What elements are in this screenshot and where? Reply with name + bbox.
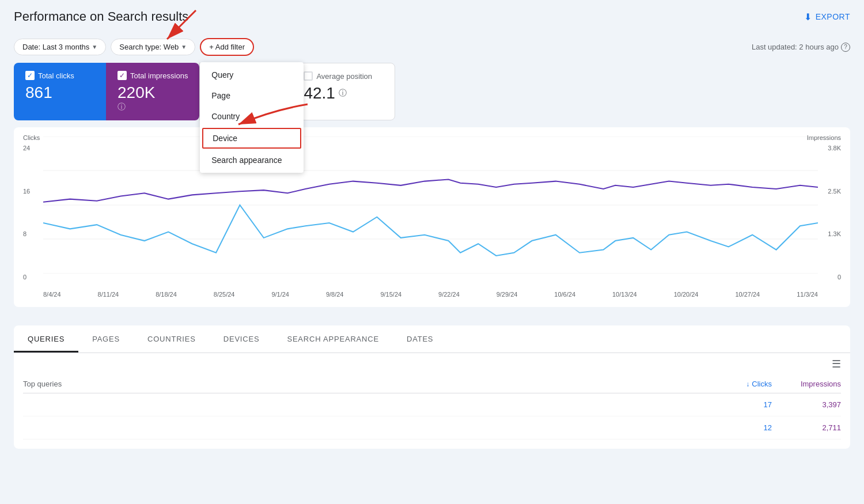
info-icon: ⓘ bbox=[339, 88, 347, 98]
metric-position[interactable]: Average position 42.1 ⓘ bbox=[291, 63, 395, 120]
tab-dates[interactable]: DATES bbox=[393, 325, 447, 353]
metric-impressions[interactable]: ✓ Total impressions 220K ⓘ bbox=[106, 63, 199, 120]
col-header-impressions: Impressions bbox=[772, 380, 841, 388]
clicks-value: 17 bbox=[703, 400, 772, 409]
tab-pages[interactable]: PAGES bbox=[78, 325, 134, 353]
metric-clicks[interactable]: ✓ Total clicks 861 bbox=[14, 63, 106, 120]
table-container: ☰ Top queries ↓ Clicks Impressions 17 3,… bbox=[14, 353, 850, 449]
y-axis-right: 3.8K 2.5K 1.3K 0 bbox=[821, 145, 841, 281]
download-icon: ⬇ bbox=[804, 12, 812, 22]
export-button[interactable]: ⬇ EXPORT bbox=[804, 12, 850, 22]
impressions-line bbox=[43, 179, 818, 202]
info-icon: ? bbox=[841, 43, 850, 52]
y-left-label: Clicks bbox=[23, 134, 40, 141]
filter-option-page[interactable]: Page bbox=[200, 85, 304, 106]
table-row: 17 3,397 bbox=[23, 393, 841, 416]
search-type-filter-button[interactable]: Search type: Web ▼ bbox=[111, 39, 195, 55]
impressions-value: 2,711 bbox=[772, 423, 841, 432]
col-header-query: Top queries bbox=[23, 380, 703, 388]
table-row: 12 2,711 bbox=[23, 416, 841, 439]
filter-option-device[interactable]: Device bbox=[202, 128, 301, 149]
impressions-value: 3,397 bbox=[772, 400, 841, 409]
y-axis-left: 24 16 8 0 bbox=[23, 145, 40, 281]
table-toolbar: ☰ bbox=[23, 353, 841, 375]
clicks-line bbox=[43, 205, 818, 256]
position-checkbox[interactable] bbox=[304, 71, 313, 81]
chevron-down-icon: ▼ bbox=[92, 44, 97, 50]
chart-container: Clicks Impressions 24 16 8 0 3.8K 2.5K 1… bbox=[14, 127, 850, 307]
tabs-container: QUERIES PAGES COUNTRIES DEVICES SEARCH A… bbox=[0, 316, 864, 353]
date-filter-button[interactable]: Date: Last 3 months ▼ bbox=[14, 39, 106, 55]
sort-down-icon: ↓ bbox=[746, 380, 749, 388]
chevron-down-icon: ▼ bbox=[181, 44, 187, 50]
clicks-checkbox[interactable]: ✓ bbox=[25, 71, 35, 80]
tab-queries[interactable]: QUERIES bbox=[14, 325, 78, 353]
chart-svg bbox=[43, 137, 818, 274]
filter-option-search-appearance[interactable]: Search appearance bbox=[200, 150, 304, 170]
tab-devices[interactable]: DEVICES bbox=[210, 325, 274, 353]
toolbar: Date: Last 3 months ▼ Search type: Web ▼… bbox=[0, 33, 864, 63]
page-header: Performance on Search results ⬇ EXPORT bbox=[0, 0, 864, 33]
chart-area: Clicks Impressions 24 16 8 0 3.8K 2.5K 1… bbox=[23, 137, 841, 298]
table-header-row: Top queries ↓ Clicks Impressions bbox=[23, 375, 841, 393]
last-updated: Last updated: 2 hours ago ? bbox=[752, 43, 850, 52]
filter-dropdown-menu: Query Page Country Device Search appeara… bbox=[200, 62, 304, 173]
add-filter-button[interactable]: + Add filter bbox=[200, 38, 254, 56]
filter-option-country[interactable]: Country bbox=[200, 106, 304, 127]
filter-option-query[interactable]: Query bbox=[200, 65, 304, 85]
metrics-row: ✓ Total clicks 861 ✓ Total impressions 2… bbox=[0, 63, 864, 127]
info-icon: ⓘ bbox=[118, 102, 126, 111]
impressions-checkbox[interactable]: ✓ bbox=[118, 71, 127, 80]
tab-search-appearance[interactable]: SEARCH APPEARANCE bbox=[273, 325, 393, 353]
add-filter-wrapper: + Add filter Query Page Country Device S… bbox=[200, 38, 254, 56]
page-title: Performance on Search results bbox=[14, 9, 188, 24]
filter-rows-icon[interactable]: ☰ bbox=[832, 358, 841, 370]
tabs: QUERIES PAGES COUNTRIES DEVICES SEARCH A… bbox=[14, 325, 850, 353]
col-header-clicks: ↓ Clicks bbox=[703, 380, 772, 388]
clicks-value: 12 bbox=[703, 423, 772, 432]
x-axis-labels: 8/4/24 8/11/24 8/18/24 8/25/24 9/1/24 9/… bbox=[43, 291, 818, 298]
tab-countries[interactable]: COUNTRIES bbox=[134, 325, 210, 353]
